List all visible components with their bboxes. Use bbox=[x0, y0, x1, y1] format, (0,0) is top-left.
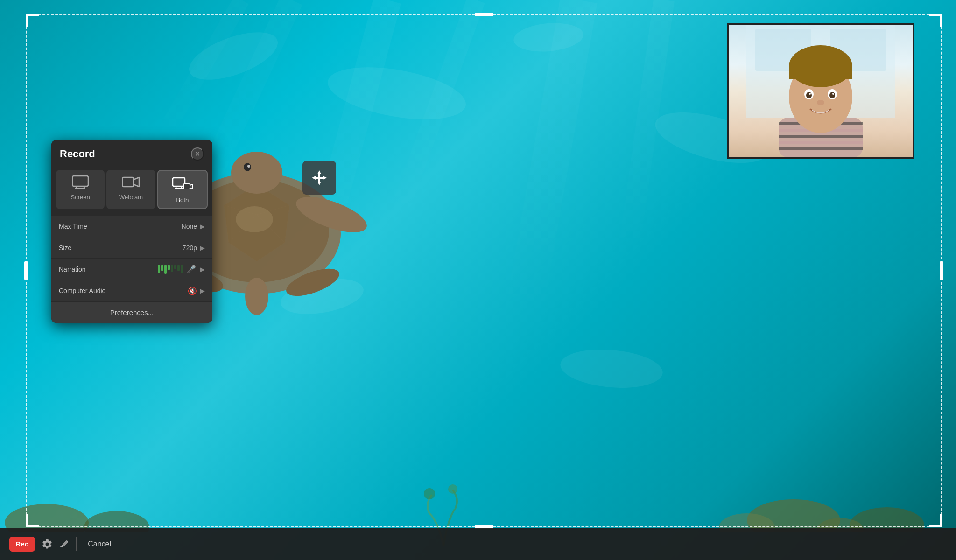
panel-header: Record × bbox=[51, 140, 212, 166]
computer-audio-arrow: ▶ bbox=[200, 287, 205, 294]
rec-button[interactable]: Rec bbox=[9, 537, 35, 552]
max-time-value: None bbox=[182, 223, 197, 230]
panel-title: Record bbox=[60, 148, 95, 160]
mode-webcam-button[interactable]: Webcam bbox=[106, 170, 155, 209]
audio-muted-indicator: 🔇 bbox=[188, 287, 197, 295]
svg-rect-50 bbox=[315, 177, 324, 179]
max-time-row[interactable]: Max Time None ▶ bbox=[51, 216, 212, 237]
max-time-label: Max Time bbox=[59, 223, 182, 230]
meter-bar-2 bbox=[161, 265, 163, 271]
mode-buttons-group: Screen Webcam bbox=[51, 166, 212, 216]
screen-label: Screen bbox=[71, 194, 90, 201]
screen-icon bbox=[72, 175, 89, 191]
speaker-icon: 🔇 bbox=[188, 287, 197, 295]
meter-bar-6 bbox=[174, 265, 176, 269]
mic-icon: 🎤 bbox=[187, 265, 196, 273]
svg-point-10 bbox=[247, 165, 250, 168]
svg-point-24 bbox=[448, 484, 457, 494]
narration-row[interactable]: Narration 🎤 ▶ bbox=[51, 259, 212, 280]
webcam-icon bbox=[122, 175, 140, 191]
max-time-arrow: ▶ bbox=[200, 223, 205, 230]
computer-audio-label: Computer Audio bbox=[59, 287, 188, 294]
svg-rect-37 bbox=[789, 65, 852, 79]
meter-bar-8 bbox=[181, 265, 183, 273]
svg-rect-33 bbox=[779, 147, 863, 150]
meter-bar-7 bbox=[177, 265, 180, 271]
svg-marker-62 bbox=[190, 184, 192, 189]
svg-point-16 bbox=[236, 206, 273, 232]
svg-point-23 bbox=[424, 488, 435, 499]
mode-screen-button[interactable]: Screen bbox=[56, 170, 105, 209]
svg-rect-51 bbox=[72, 176, 88, 186]
both-icon bbox=[172, 176, 193, 194]
meter-bar-4 bbox=[168, 265, 170, 270]
narration-arrow: ▶ bbox=[200, 266, 205, 273]
svg-rect-55 bbox=[122, 177, 134, 187]
size-value: 720p bbox=[183, 244, 197, 252]
svg-rect-31 bbox=[779, 135, 863, 138]
size-label: Size bbox=[59, 244, 183, 252]
svg-point-44 bbox=[817, 100, 824, 105]
move-icon bbox=[311, 169, 328, 186]
meter-bar-1 bbox=[158, 265, 160, 273]
svg-point-8 bbox=[231, 152, 282, 194]
mode-both-button[interactable]: Both bbox=[157, 170, 208, 209]
svg-point-9 bbox=[244, 163, 251, 171]
both-label: Both bbox=[176, 196, 189, 203]
settings-section: Max Time None ▶ Size 720p ▶ Narration 🎤 bbox=[51, 216, 212, 301]
close-button[interactable]: × bbox=[191, 147, 204, 161]
svg-point-40 bbox=[806, 92, 812, 98]
computer-audio-row[interactable]: Computer Audio 🔇 ▶ bbox=[51, 280, 212, 301]
preferences-button[interactable]: Preferences... bbox=[51, 301, 212, 323]
webcam-preview bbox=[727, 23, 914, 159]
svg-point-17 bbox=[5, 504, 89, 532]
gear-icon bbox=[42, 539, 53, 550]
pencil-icon bbox=[59, 539, 70, 549]
svg-point-43 bbox=[832, 93, 834, 95]
pencil-button[interactable] bbox=[59, 539, 70, 549]
bottom-toolbar: Rec Cancel bbox=[0, 528, 956, 560]
meter-bar-3 bbox=[164, 265, 167, 274]
webcam-label: Webcam bbox=[119, 194, 143, 201]
size-arrow: ▶ bbox=[200, 244, 205, 252]
meter-bar-5 bbox=[171, 265, 173, 272]
record-panel: Record × Screen We bbox=[51, 140, 212, 323]
size-row[interactable]: Size 720p ▶ bbox=[51, 237, 212, 259]
narration-meter bbox=[158, 265, 183, 274]
svg-marker-56 bbox=[134, 177, 139, 187]
toolbar-divider bbox=[76, 537, 77, 551]
gear-button[interactable] bbox=[42, 539, 53, 550]
cancel-button[interactable]: Cancel bbox=[83, 537, 116, 551]
svg-point-15 bbox=[245, 278, 268, 315]
webcam-person bbox=[746, 24, 895, 157]
svg-point-41 bbox=[829, 92, 835, 98]
svg-rect-32 bbox=[779, 141, 863, 144]
svg-rect-61 bbox=[183, 184, 190, 189]
svg-point-42 bbox=[809, 93, 811, 95]
narration-label: Narration bbox=[59, 266, 158, 273]
move-handle[interactable] bbox=[302, 161, 336, 195]
